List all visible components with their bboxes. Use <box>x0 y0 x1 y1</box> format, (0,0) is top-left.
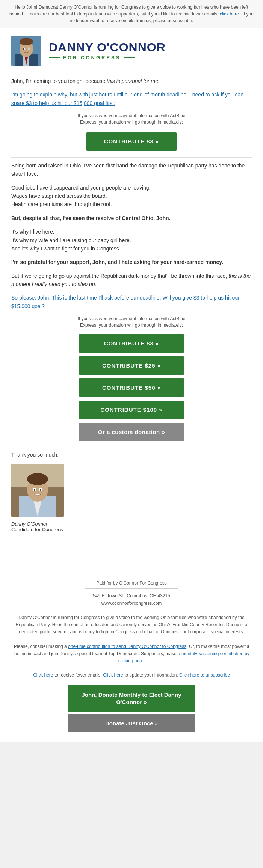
header-logo: DANNY O'CONNOR FOR CONGRESS <box>49 41 166 60</box>
why-wife: It's why my wife and I are raising our b… <box>11 237 131 243</box>
footer-one-time-link[interactable]: one-time contribution to send Danny O'Co… <box>68 644 186 649</box>
footer-one-time-text: Please, consider making a <box>14 644 68 649</box>
second-ask-link[interactable]: So please, John: This is the last time I… <box>11 295 240 309</box>
footer-links-paragraph: Click here to receive fewer emails. Clic… <box>11 672 252 679</box>
top-bar-text: Hello John! Democrat Danny O'Connor is r… <box>9 5 248 17</box>
footer-unsubscribe-link[interactable]: Click here to unsubscribe <box>179 672 230 678</box>
paid-for-box: Paid for by O'Connor For Congress <box>85 578 178 589</box>
intro-italic: this is personal for me. <box>107 78 160 84</box>
paid-for-text: Paid for by O'Connor For Congress <box>96 580 167 586</box>
footer-end-period: . <box>144 658 145 663</box>
email-container: Hello John! Democrat Danny O'Connor is r… <box>0 0 263 742</box>
signature-name: Danny O'Connor <box>11 521 252 527</box>
svg-point-16 <box>27 473 48 485</box>
contribute-25-button[interactable]: CONTRIBUTE $25 » <box>79 356 184 375</box>
svg-point-20 <box>40 489 41 491</box>
signature-title: Candidate for Congress <box>11 527 252 532</box>
footer-disclaimer: Danny O'Connor is running for Congress t… <box>11 614 252 636</box>
resolve-text: But, despite all that, I've seen the res… <box>11 215 170 221</box>
svg-point-8 <box>23 48 24 50</box>
jobs-line: Good jobs have disappeared and young peo… <box>11 185 151 191</box>
header: DANNY O'CONNOR FOR CONGRESS <box>0 28 263 73</box>
paragraph-jobs: Good jobs have disappeared and young peo… <box>11 184 252 209</box>
contribute-50-button[interactable]: CONTRIBUTE $50 » <box>79 378 184 397</box>
footer-update-link[interactable]: Click here <box>103 672 123 678</box>
paragraph-dark-money: But if we're going to go up against the … <box>11 272 252 289</box>
monthly-donate-label: John, Donate Monthly to Elect Danny O'Co… <box>82 692 181 705</box>
paragraph-ohio: Being born and raised in Ohio, I've seen… <box>11 161 252 178</box>
footer-address: 545 E. Town St., Columbus, OH 43215 <box>11 592 252 600</box>
paragraph-grateful: I'm so grateful for your support, John, … <box>11 258 252 266</box>
candidate-photo-signature <box>11 464 64 517</box>
footer-website: www.oconnorforcongress.com <box>11 600 252 607</box>
footer-fewer-emails-text: to receive fewer emails. <box>54 672 103 678</box>
first-contribute-row: CONTRIBUTE $3 » <box>11 129 252 154</box>
contribute-3-button-1[interactable]: CONTRIBUTE $3 » <box>86 132 177 151</box>
dark-money-start: But if we're going to go up against the … <box>11 273 228 279</box>
spacer-1 <box>11 532 252 547</box>
why-fight: And it's why I want to fight for you in … <box>11 246 121 252</box>
thank-you-text: Thank you so much, <box>11 451 252 459</box>
healthcare-line: Health care premiums are through the roo… <box>11 201 112 207</box>
grateful-text: I'm so grateful for your support, John, … <box>11 259 223 265</box>
footer-update-text: to update your information. <box>124 672 179 678</box>
footer-fewer-emails-link[interactable]: Click here <box>33 672 53 678</box>
contribute-3-button-2[interactable]: CONTRIBUTE $3 » <box>79 334 184 353</box>
monthly-donate-button[interactable]: John, Donate Monthly to Elect Danny O'Co… <box>68 685 195 712</box>
actblue-note-2: If you've saved your payment information… <box>71 316 192 329</box>
header-tagline: FOR CONGRESS <box>49 55 166 60</box>
once-donate-button[interactable]: Donate Just Once » <box>68 714 195 732</box>
spacer-2 <box>11 547 252 562</box>
footer-one-time-paragraph: Please, consider making a one-time contr… <box>11 643 252 665</box>
signature-section: Thank you so much, <box>11 451 252 532</box>
intro-paragraph: John, I'm coming to you tonight because … <box>11 77 252 85</box>
actblue-note-1: If you've saved your payment information… <box>71 113 192 125</box>
intro-text: John, I'm coming to you tonight because <box>11 78 107 84</box>
paragraph-why: It's why I live here. It's why my wife a… <box>11 228 252 253</box>
candidate-name: DANNY O'CONNOR <box>49 41 166 53</box>
custom-donation-button[interactable]: Or a custom donation » <box>79 423 184 441</box>
footer-buttons: John, Donate Monthly to Elect Danny O'Co… <box>11 685 252 732</box>
contribute-buttons-row: CONTRIBUTE $3 » CONTRIBUTE $25 » CONTRIB… <box>11 332 252 443</box>
paragraph-resolve: But, despite all that, I've seen the res… <box>11 214 252 222</box>
top-bar-click-here[interactable]: click here <box>220 11 239 17</box>
first-link-paragraph: I'm going to explain why, but with just … <box>11 90 252 107</box>
footer: Paid for by O'Connor For Congress 545 E.… <box>0 570 263 742</box>
first-ask-link[interactable]: I'm going to explain why, but with just … <box>11 92 243 106</box>
contribute-100-button[interactable]: CONTRIBUTE $100 » <box>79 401 184 419</box>
svg-point-5 <box>20 38 33 45</box>
divider-1 <box>11 157 252 158</box>
candidate-photo-header <box>11 36 41 66</box>
why-live: It's why I live here. <box>11 229 54 235</box>
svg-point-19 <box>34 489 35 491</box>
main-content: John, I'm coming to you tonight because … <box>0 73 263 570</box>
second-link-paragraph: So please, John: This is the last time I… <box>11 294 252 310</box>
top-bar: Hello John! Democrat Danny O'Connor is r… <box>0 0 263 28</box>
svg-point-9 <box>29 48 30 50</box>
wages-line: Wages have stagnated across the board. <box>11 193 107 199</box>
